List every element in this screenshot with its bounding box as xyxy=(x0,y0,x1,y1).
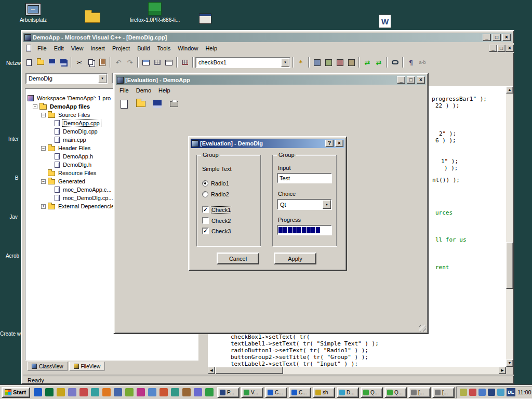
menu-insert[interactable]: Insert xyxy=(87,44,109,52)
print-icon[interactable] xyxy=(167,97,181,111)
close-button[interactable]: × xyxy=(417,76,425,84)
mdi-document-icon[interactable] xyxy=(26,45,31,51)
input-field[interactable] xyxy=(277,173,332,183)
scroll-right-icon[interactable]: ▶ xyxy=(499,367,506,374)
close-button[interactable]: × xyxy=(502,34,511,41)
quicklaunch-icon[interactable] xyxy=(114,388,122,396)
chevron-down-icon[interactable]: ▼ xyxy=(323,200,331,209)
quicklaunch-icon[interactable] xyxy=(205,388,214,396)
quicklaunch-icon[interactable] xyxy=(34,388,42,396)
tree-expand-icon[interactable]: + xyxy=(41,204,46,209)
menu-edit[interactable]: Edit xyxy=(50,44,68,52)
menu-view[interactable]: View xyxy=(68,44,87,52)
wizardbar-class-combo[interactable]: DemoDlg ▼ xyxy=(25,73,108,84)
menu-tools[interactable]: Tools xyxy=(154,44,175,52)
minimize-button[interactable]: _ xyxy=(397,76,405,84)
scroll-left-icon[interactable]: ◀ xyxy=(208,367,215,374)
close-button[interactable]: × xyxy=(335,140,343,147)
checkbox-check3[interactable]: ✓ Check3 xyxy=(202,228,231,234)
demoapp-titlebar[interactable]: [Evaluation] - DemoApp _ □ × xyxy=(116,75,426,85)
menu-window[interactable]: Window xyxy=(174,44,202,52)
new-file-icon[interactable] xyxy=(117,97,131,111)
tray-icon[interactable] xyxy=(488,389,495,396)
tab-order-icon[interactable] xyxy=(179,57,191,68)
task-button-10[interactable]: [... xyxy=(432,387,455,398)
demodlg-titlebar[interactable]: [Evaluation] - DemoDlg ? × xyxy=(191,139,344,148)
quicklaunch-icon[interactable] xyxy=(194,388,202,396)
task-button-6[interactable]: D... xyxy=(337,387,359,398)
mdi-restore-button[interactable]: □ xyxy=(497,45,506,52)
tray-icon[interactable] xyxy=(497,389,504,396)
radio-radio1[interactable]: Radio1 xyxy=(202,180,229,187)
tree-collapse-icon[interactable]: − xyxy=(33,104,37,109)
wizard-icon[interactable]: * xyxy=(295,57,307,68)
new-dialog-icon[interactable] xyxy=(140,57,152,68)
checkbox-checked-icon[interactable]: ✓ xyxy=(202,206,209,213)
menu-help[interactable]: Help xyxy=(202,44,221,52)
task-button-1[interactable]: P... xyxy=(217,387,240,398)
quicklaunch-icon[interactable] xyxy=(68,388,76,396)
task-button-7[interactable]: Q... xyxy=(361,387,383,398)
tree-collapse-icon[interactable]: − xyxy=(41,146,46,151)
vcpp-titlebar[interactable]: DemoApp - Microsoft Visual C++ - [DemoDl… xyxy=(23,33,512,42)
scroll-down-icon[interactable]: ▼ xyxy=(506,360,513,367)
menu-help[interactable]: Help xyxy=(155,86,174,95)
chevron-down-icon[interactable]: ▼ xyxy=(98,74,107,83)
save-icon[interactable] xyxy=(151,97,164,111)
desktop-icon-window[interactable] xyxy=(197,14,213,24)
desktop-icon-word[interactable]: W xyxy=(377,15,393,28)
cancel-button[interactable]: Cancel xyxy=(217,252,259,264)
scrollbar-thumb[interactable] xyxy=(216,367,283,374)
quicklaunch-icon[interactable] xyxy=(125,388,134,396)
maximize-button[interactable]: □ xyxy=(493,34,501,41)
build-icon[interactable] xyxy=(323,57,334,68)
task-button-9[interactable]: [... xyxy=(408,387,431,398)
checkbox-unchecked-icon[interactable] xyxy=(202,217,209,224)
menu-project[interactable]: Project xyxy=(109,44,134,52)
checkbox-check1[interactable]: ✓ Check1 xyxy=(202,206,231,213)
tab-fileview[interactable]: FileView xyxy=(69,362,105,371)
object-combo[interactable]: checkBox1 ▼ xyxy=(195,57,290,68)
cut-icon[interactable]: ✂ xyxy=(74,57,85,68)
desktop-icon-firefox[interactable]: firefox-1.0PR-i686-li... xyxy=(124,2,186,23)
scrollbar-thumb[interactable] xyxy=(506,242,513,289)
quicklaunch-icon[interactable] xyxy=(79,388,88,396)
radio-radio2[interactable]: Radio2 xyxy=(202,191,229,197)
run-icon[interactable] xyxy=(345,57,357,68)
open-file-icon[interactable] xyxy=(134,97,148,111)
quicklaunch-icon[interactable] xyxy=(159,388,168,396)
sync-back-icon[interactable]: ⇄ xyxy=(362,57,373,68)
tray-icon[interactable] xyxy=(460,389,467,396)
radio-on-icon[interactable] xyxy=(202,180,208,187)
open-file-icon[interactable] xyxy=(35,57,46,68)
choice-combo[interactable]: Qt ▼ xyxy=(277,199,332,210)
menu-file[interactable]: File xyxy=(34,44,50,52)
redo-icon[interactable]: ↷ xyxy=(124,57,136,68)
compile-icon[interactable] xyxy=(311,57,323,68)
new-file-icon[interactable] xyxy=(23,57,35,68)
checkbox-check2[interactable]: Check2 xyxy=(202,217,231,224)
task-button-8[interactable]: Q... xyxy=(384,387,407,398)
tray-icon[interactable] xyxy=(469,389,476,396)
apply-button[interactable]: Apply xyxy=(274,252,316,264)
task-button-5[interactable]: sh xyxy=(313,387,335,398)
task-button-2[interactable]: V... xyxy=(241,387,263,398)
task-button-3[interactable]: C... xyxy=(265,387,287,398)
tab-classview[interactable]: ClassView xyxy=(27,362,68,371)
maximize-button[interactable]: □ xyxy=(407,76,415,84)
quicklaunch-icon[interactable] xyxy=(45,388,54,396)
desktop-icon-folder[interactable] xyxy=(82,12,103,23)
quicklaunch-icon[interactable] xyxy=(171,388,179,396)
vertical-scrollbar[interactable]: ▲ ▼ xyxy=(506,86,513,367)
quicklaunch-icon[interactable] xyxy=(91,388,99,396)
mdi-close-button[interactable]: × xyxy=(506,45,514,52)
quicklaunch-icon[interactable] xyxy=(102,388,111,396)
mdi-minimize-button[interactable]: _ xyxy=(489,45,497,52)
sync-forward-icon[interactable]: ⇄ xyxy=(373,57,384,68)
keyboard-layout-indicator[interactable]: DE xyxy=(507,388,515,396)
checkbox-checked-icon[interactable]: ✓ xyxy=(202,228,209,234)
chevron-down-icon[interactable]: ▼ xyxy=(281,58,289,67)
tree-collapse-icon[interactable]: − xyxy=(41,113,46,117)
copy-icon[interactable] xyxy=(85,57,97,68)
ab-spell-icon[interactable]: a-b xyxy=(417,57,428,68)
